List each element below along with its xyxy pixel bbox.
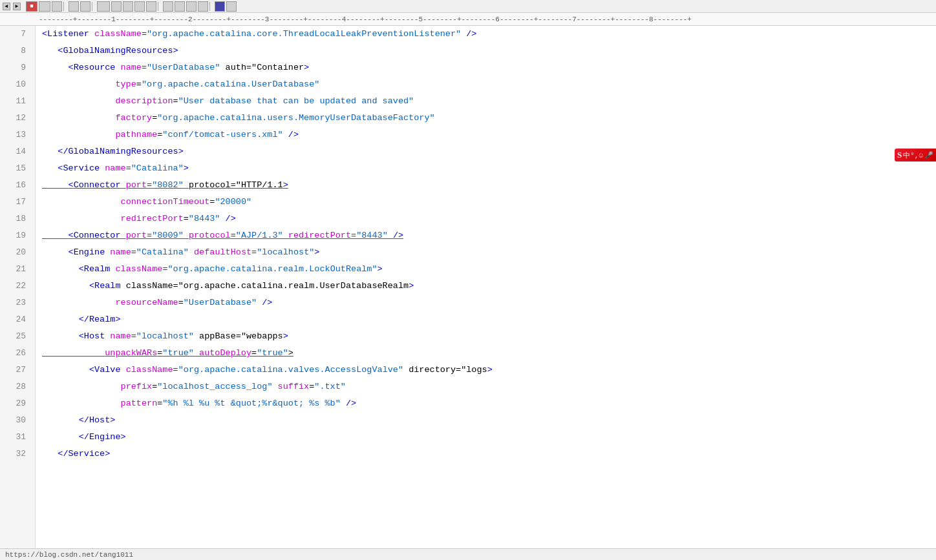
status-url: https://blog.csdn.net/tang1011 xyxy=(5,551,133,559)
code-line-text: </Engine> xyxy=(42,429,126,446)
code-line[interactable]: prefix="localhost_access_log" suffix=".t… xyxy=(42,379,936,395)
line-number: 13 xyxy=(0,127,30,143)
code-line[interactable]: <Connector port="8082" protocol="HTTP/1.… xyxy=(42,177,936,194)
code-line[interactable]: <Realm className="org.apache.catalina.re… xyxy=(42,261,936,278)
toolbar-icon-1[interactable]: ■ xyxy=(26,1,37,12)
code-line-text: <Resource name="UserDatabase" auth="Cont… xyxy=(42,59,309,76)
sogou-label: 中°,☺ xyxy=(903,150,923,160)
code-line[interactable]: </Engine> xyxy=(42,429,936,446)
code-line[interactable]: description="User database that can be u… xyxy=(42,93,936,110)
code-line-text: <Host name="localhost" appBase="webapps> xyxy=(42,328,288,345)
toolbar: ◄ ► ■ xyxy=(0,0,936,13)
toolbar-icon-2[interactable] xyxy=(39,1,50,12)
toolbar-icon-10[interactable] xyxy=(146,1,156,12)
code-line[interactable]: <Service name="Catalina"> xyxy=(42,160,936,177)
code-line-text: factory="org.apache.catalina.users.Memor… xyxy=(42,110,435,127)
nav-forward[interactable]: ► xyxy=(13,3,21,10)
code-line-text: redirectPort="8443" /> xyxy=(42,211,236,227)
toolbar-icon-4[interactable] xyxy=(69,1,79,12)
code-line[interactable]: type="org.apache.catalina.UserDatabase" xyxy=(42,76,936,93)
code-line-text: connectionTimeout="20000" xyxy=(42,194,251,211)
line-number: 11 xyxy=(0,93,30,110)
code-editor[interactable]: <Listener className="org.apache.catalina… xyxy=(36,26,936,560)
code-line[interactable]: <Resource name="UserDatabase" auth="Cont… xyxy=(42,59,936,76)
toolbar-icon-15[interactable] xyxy=(215,1,225,12)
line-number: 7 xyxy=(0,26,30,43)
line-number: 25 xyxy=(0,328,30,345)
line-number: 9 xyxy=(0,59,30,76)
sogou-input-widget[interactable]: S 中°,☺ 🎤 xyxy=(895,149,936,161)
code-line[interactable]: pathname="conf/tomcat-users.xml" /> xyxy=(42,127,936,143)
toolbar-icon-9[interactable] xyxy=(134,1,145,12)
line-number: 27 xyxy=(0,362,30,379)
line-numbers-panel: 7891011121314151617181920212223242526272… xyxy=(0,26,36,560)
sogou-mic-icon: 🎤 xyxy=(924,151,933,160)
line-number: 23 xyxy=(0,295,30,311)
sogou-logo: S xyxy=(897,150,902,160)
code-line[interactable]: unpackWARs="true" autoDeploy="true"> xyxy=(42,345,936,362)
line-number: 32 xyxy=(0,446,30,462)
line-number: 8 xyxy=(0,43,30,59)
line-number: 22 xyxy=(0,278,30,295)
code-line-text: unpackWARs="true" autoDeploy="true"> xyxy=(42,345,293,362)
line-number: 10 xyxy=(0,76,30,93)
code-line-text: </Realm> xyxy=(42,311,121,328)
code-line[interactable]: <Valve className="org.apache.catalina.va… xyxy=(42,362,936,379)
code-line-text: <Realm className="org.apache.catalina.re… xyxy=(42,278,414,295)
toolbar-icon-6[interactable] xyxy=(97,1,110,12)
code-line[interactable]: </Host> xyxy=(42,412,936,429)
code-line[interactable]: </Realm> xyxy=(42,311,936,328)
toolbar-icon-3[interactable] xyxy=(52,1,62,12)
line-number: 16 xyxy=(0,177,30,194)
code-line[interactable]: redirectPort="8443" /> xyxy=(42,211,936,227)
code-line-text: <Connector port="8009" protocol="AJP/1.3… xyxy=(42,227,403,244)
code-line[interactable]: pattern="%h %l %u %t &quot;%r&quot; %s %… xyxy=(42,395,936,412)
code-line-text: </Host> xyxy=(42,412,115,429)
code-line-text: pattern="%h %l %u %t &quot;%r&quot; %s %… xyxy=(42,395,356,412)
code-line-text: prefix="localhost_access_log" suffix=".t… xyxy=(42,379,346,395)
code-line-text: <GlobalNamingResources> xyxy=(42,43,178,59)
code-line[interactable]: factory="org.apache.catalina.users.Memor… xyxy=(42,110,936,127)
toolbar-icon-11[interactable] xyxy=(163,1,173,12)
code-line-text: <Connector port="8082" protocol="HTTP/1.… xyxy=(42,177,288,194)
line-number: 21 xyxy=(0,261,30,278)
line-number: 30 xyxy=(0,412,30,429)
code-line-text: <Realm className="org.apache.catalina.re… xyxy=(42,261,383,278)
line-number: 15 xyxy=(0,160,30,177)
code-line-text: <Engine name="Catalina" defaultHost="loc… xyxy=(42,244,319,261)
code-line-text: description="User database that can be u… xyxy=(42,93,414,110)
nav-back[interactable]: ◄ xyxy=(3,3,10,10)
code-line[interactable]: <Realm className="org.apache.catalina.re… xyxy=(42,278,936,295)
ruler: --------+--------1--------+--------2----… xyxy=(0,13,936,26)
code-line[interactable]: <Connector port="8009" protocol="AJP/1.3… xyxy=(42,227,936,244)
ruler-text: --------+--------1--------+--------2----… xyxy=(39,16,692,23)
toolbar-icon-14[interactable] xyxy=(198,1,208,12)
code-line[interactable]: </Service> xyxy=(42,446,936,462)
code-line[interactable]: <Engine name="Catalina" defaultHost="loc… xyxy=(42,244,936,261)
status-bar: https://blog.csdn.net/tang1011 xyxy=(0,548,936,560)
code-line[interactable]: </GlobalNamingResources> xyxy=(42,143,936,160)
line-number: 28 xyxy=(0,379,30,395)
toolbar-icon-7[interactable] xyxy=(111,1,122,12)
code-line[interactable]: connectionTimeout="20000" xyxy=(42,194,936,211)
toolbar-icon-13[interactable] xyxy=(186,1,197,12)
code-line[interactable]: resourceName="UserDatabase" /> xyxy=(42,295,936,311)
code-line-text: <Service name="Catalina"> xyxy=(42,160,189,177)
line-number: 24 xyxy=(0,311,30,328)
code-line[interactable]: <Host name="localhost" appBase="webapps> xyxy=(42,328,936,345)
line-number: 17 xyxy=(0,194,30,211)
toolbar-icon-5[interactable] xyxy=(80,1,90,12)
code-line[interactable]: <Listener className="org.apache.catalina… xyxy=(42,26,936,43)
line-number: 31 xyxy=(0,429,30,446)
code-line-text: <Valve className="org.apache.catalina.va… xyxy=(42,362,493,379)
code-line-text: type="org.apache.catalina.UserDatabase" xyxy=(42,76,319,93)
line-number: 20 xyxy=(0,244,30,261)
toolbar-icon-16[interactable] xyxy=(226,1,237,12)
toolbar-icon-8[interactable] xyxy=(123,1,133,12)
code-line[interactable]: <GlobalNamingResources> xyxy=(42,43,936,59)
line-number: 26 xyxy=(0,345,30,362)
code-line-text: pathname="conf/tomcat-users.xml" /> xyxy=(42,127,299,143)
toolbar-icon-12[interactable] xyxy=(175,1,185,12)
line-number: 12 xyxy=(0,110,30,127)
line-number: 18 xyxy=(0,211,30,227)
